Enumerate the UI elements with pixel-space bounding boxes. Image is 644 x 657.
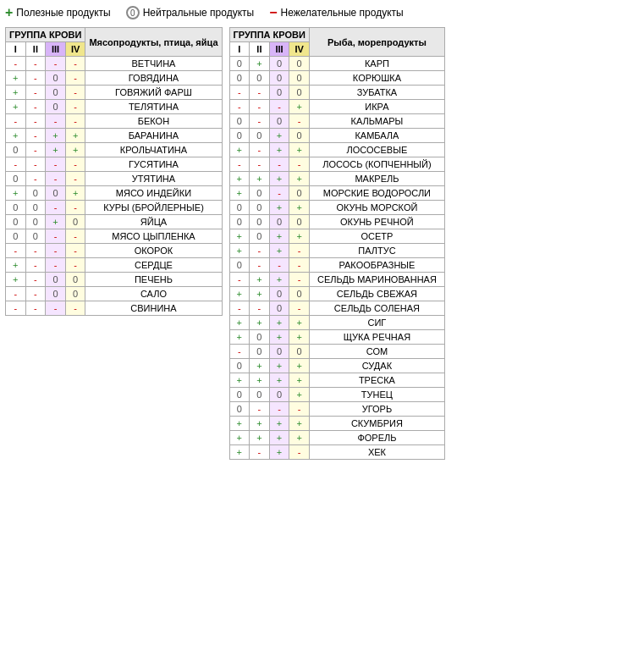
food-name: ВЕТЧИНА (85, 57, 222, 71)
blood-group-value: 0 (6, 215, 26, 229)
table-row: ++++ФОРЕЛЬ (229, 431, 444, 445)
legend-zero-item: 0 Нейтральные продукты (126, 6, 255, 19)
food-name: ОКУНЬ МОРСКОЙ (309, 201, 444, 215)
table-row: ----ЛОСОСЬ (КОПЧЕННЫЙ) (229, 157, 444, 172)
legend: + Полезные продукты 0 Нейтральные продук… (5, 5, 639, 20)
food-name: КАРП (309, 57, 444, 71)
food-name: РАКООБРАЗНЫЕ (309, 258, 444, 273)
table-row: ----СВИНИНА (6, 301, 223, 316)
blood-group-value: 0 (250, 229, 270, 244)
blood-group-value: + (289, 201, 310, 215)
food-name: ЯЙЦА (85, 215, 222, 229)
table-row: --0-СЕЛЬДЬ СОЛЕНАЯ (229, 301, 444, 316)
blood-group-value: + (229, 316, 250, 330)
food-name: ОСЕТР (309, 229, 444, 244)
food-name: ЗУБАТКА (309, 86, 444, 100)
blood-group-value: - (289, 301, 310, 316)
blood-group-value: + (229, 229, 250, 244)
blood-group-value: 0 (25, 215, 46, 229)
food-name: ОКУНЬ РЕЧНОЙ (309, 215, 444, 229)
food-name: СЕРДЦЕ (85, 258, 222, 273)
blood-group-value: 0 (65, 215, 85, 229)
table-row: 0---УГОРЬ (229, 402, 444, 417)
blood-group-value: 0 (269, 345, 289, 359)
blood-group-value: 0 (229, 388, 250, 402)
blood-group-value: + (269, 330, 289, 345)
blood-group-value: + (250, 273, 270, 287)
zero-label: Нейтральные продукты (143, 7, 255, 19)
blood-group-value: 0 (250, 129, 270, 143)
blood-group-value: - (65, 157, 85, 172)
blood-group-value: - (25, 71, 46, 86)
food-name: БЕКОН (85, 114, 222, 129)
table-row: 00++ОКУНЬ МОРСКОЙ (229, 201, 444, 215)
food-name: СУДАК (309, 359, 444, 373)
blood-group-value: - (250, 445, 270, 460)
table-row: +-++ЛОСОСЕВЫЕ (229, 143, 444, 157)
blood-group-value: - (46, 157, 66, 172)
blood-group-value: + (6, 258, 26, 273)
blood-group-value: + (289, 143, 310, 157)
table-row: +0++ОСЕТР (229, 229, 444, 244)
blood-group-value: 0 (250, 215, 270, 229)
blood-group-value: + (289, 417, 310, 431)
blood-group-value: - (6, 244, 26, 258)
blood-group-value: + (269, 143, 289, 157)
blood-group-value: 0 (6, 229, 26, 244)
blood-group-value: 0 (46, 186, 66, 201)
blood-group-value: 0 (250, 345, 270, 359)
blood-group-value: + (229, 445, 250, 460)
food-name: КАМБАЛА (309, 129, 444, 143)
table-row: +-+-ПАЛТУС (229, 244, 444, 258)
table-row: ++++МАКРЕЛЬ (229, 172, 444, 186)
food-name: КРОЛЬЧАТИНА (85, 143, 222, 157)
blood-group-value: + (65, 129, 85, 143)
blood-group-value: - (65, 229, 85, 244)
blood-group-value: - (250, 244, 270, 258)
blood-group-value: - (25, 86, 46, 100)
table1-col-I: I (6, 42, 26, 57)
blood-group-value: 0 (229, 215, 250, 229)
blood-group-value: + (269, 172, 289, 186)
food-name: ХЕК (309, 445, 444, 460)
table-row: ++++СИГ (229, 316, 444, 330)
table-row: 000+ТУНЕЦ (229, 388, 444, 402)
blood-group-value: - (250, 143, 270, 157)
table2-col-IV: IV (289, 42, 310, 57)
table-row: 0+++СУДАК (229, 359, 444, 373)
food-name: СВИНИНА (85, 301, 222, 316)
table-row: +00+МЯСО ИНДЕЙКИ (6, 186, 223, 201)
blood-group-value: - (46, 229, 66, 244)
blood-group-value: - (25, 57, 46, 71)
blood-group-value: 0 (289, 215, 310, 229)
table-row: 0000КОРЮШКА (229, 71, 444, 86)
blood-group-value: - (229, 157, 250, 172)
table-row: ++00СЕЛЬДЬ СВЕЖАЯ (229, 287, 444, 301)
table1-category-header: Мясопродукты, птица, яйца (85, 28, 222, 57)
blood-group-value: - (6, 301, 26, 316)
blood-group-value: - (289, 445, 310, 460)
blood-group-value: - (25, 244, 46, 258)
blood-group-value: + (229, 143, 250, 157)
blood-group-value: 0 (289, 186, 310, 201)
table-row: 00--МЯСО ЦЫПЛЕНКА (6, 229, 223, 244)
blood-group-value: 0 (269, 301, 289, 316)
table1-group-header: ГРУППА КРОВИ (6, 28, 85, 42)
blood-group-value: + (6, 186, 26, 201)
food-name: МЯСО ИНДЕЙКИ (85, 186, 222, 201)
blood-group-value: + (269, 201, 289, 215)
blood-group-value: 0 (46, 86, 66, 100)
blood-group-value: + (229, 431, 250, 445)
blood-group-value: - (46, 258, 66, 273)
blood-group-value: - (46, 57, 66, 71)
blood-group-value: + (269, 229, 289, 244)
table-row: ++++ТРЕСКА (229, 373, 444, 388)
blood-group-value: 0 (269, 215, 289, 229)
blood-group-value: - (289, 273, 310, 287)
blood-group-value: - (250, 301, 270, 316)
blood-group-value: + (289, 388, 310, 402)
blood-group-value: + (269, 373, 289, 388)
food-name: СИГ (309, 316, 444, 330)
blood-group-value: + (46, 143, 66, 157)
plus-label: Полезные продукты (16, 7, 110, 19)
